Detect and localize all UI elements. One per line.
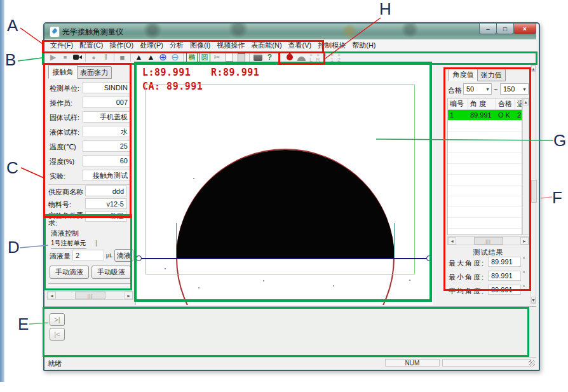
sessile-drop-icon[interactable] [295, 52, 308, 63]
annotation-letter-a: A [7, 17, 18, 34]
circle-fit-tool[interactable]: 圆 [199, 51, 210, 63]
scroll-left-icon[interactable]: ◄ [48, 292, 56, 299]
liquid-sample-field[interactable]: 水 [83, 126, 131, 137]
unit-field[interactable]: SINDIN [83, 82, 131, 93]
roi-rectangle[interactable] [145, 84, 415, 274]
copy-icon[interactable] [223, 52, 235, 63]
print-icon[interactable] [252, 52, 264, 63]
stop-icon[interactable]: ■ [59, 52, 71, 63]
baseline[interactable] [139, 258, 430, 259]
table-vscrollbar[interactable]: ▲ [522, 98, 529, 235]
scroll-right-icon[interactable]: ► [125, 292, 133, 299]
pass-min-select[interactable]: 50 ▼ [463, 83, 492, 95]
table-hscrollbar[interactable]: ◄ ||| ► [447, 236, 529, 245]
scroll-down-icon[interactable]: ▼ [531, 297, 536, 303]
angle-left-tool-icon[interactable]: ×L [308, 53, 314, 62]
to-end-button[interactable]: >| [50, 313, 65, 326]
tab-surface-tension[interactable]: 表面张力 [76, 66, 112, 79]
menu-video[interactable]: 视频操作 [213, 41, 248, 50]
maximize-button[interactable]: □ [496, 24, 514, 34]
menu-process[interactable]: 处理(P) [137, 41, 166, 50]
results-panel: 角度值 张力值 合格 50 ▼ ~ 150 ▼ 编号 角 度 合格 温 [446, 65, 531, 304]
max-angle-value: 89.991 [488, 257, 521, 267]
window-vscrollbar[interactable]: ▲ ▼ [531, 65, 536, 304]
help-icon[interactable]: ? [264, 52, 276, 63]
resize-grip-icon[interactable] [529, 360, 535, 367]
manual-drop-button[interactable]: 手动滴液 [50, 266, 89, 279]
scroll-left-icon[interactable]: ◄ [448, 237, 456, 245]
angle-table[interactable]: 编号 角 度 合格 温 1 89.991 O K 2 [447, 98, 522, 235]
record-icon[interactable]: ● [88, 52, 100, 63]
menu-surface-energy[interactable]: 表面能(N) [248, 41, 285, 50]
to-start-button[interactable]: |< [50, 328, 65, 341]
field-label: 实验条件要求: [48, 212, 84, 227]
scroll-up-icon[interactable]: ▲ [531, 65, 536, 72]
tab-tension-values[interactable]: 张力值 [477, 69, 506, 81]
screenshot-root: 光学接触角测量仪 – □ × 文件(F) 配置(C) 操作(O) 处理(P) 分… [0, 0, 568, 392]
baseline-handle-left[interactable] [136, 255, 142, 261]
dispense-drop-icon[interactable] [283, 52, 295, 63]
annotation-letter-h: H [379, 0, 391, 18]
close-button[interactable]: × [513, 24, 536, 34]
drop-shape-alt-icon[interactable]: ▲ [145, 52, 157, 63]
table-row [448, 121, 522, 132]
avg-angle-value: 89.991 [488, 285, 521, 295]
drop-button[interactable]: 滴液 [114, 249, 133, 262]
menu-help[interactable]: 帮助(H) [349, 41, 379, 50]
left-panel-hscrollbar[interactable]: ◄ ||| ► [47, 291, 133, 300]
menu-operate[interactable]: 操作(O) [106, 41, 137, 50]
scroll-right-icon[interactable]: ► [520, 237, 529, 245]
zoom-out-icon[interactable]: ⊖ [169, 52, 181, 63]
contact-point-marker-left [176, 223, 177, 259]
experiment-field[interactable]: 接触角测试 [83, 170, 131, 181]
zoom-in-icon[interactable]: ⊕ [157, 52, 169, 63]
menu-file[interactable]: 文件(F) [47, 41, 76, 50]
table-row [448, 175, 522, 186]
table-row [448, 153, 522, 164]
material-no-field[interactable]: v12-5 [85, 198, 127, 209]
drop-shape-icon[interactable]: ▲ [133, 52, 145, 63]
operator-field[interactable]: 007 [83, 97, 131, 108]
menu-control-module[interactable]: 控制模块 [314, 41, 349, 50]
camera-icon[interactable] [71, 52, 83, 63]
avg-angle-label: 平均角度: [449, 287, 485, 296]
supplier-field[interactable]: ddd [85, 186, 127, 196]
angle-right-tool-icon[interactable]: ×R [314, 53, 321, 62]
tab-angle-values[interactable]: 角度值 [449, 67, 478, 81]
angle-top-tool-icon[interactable]: ×T [321, 53, 328, 62]
table-row [448, 132, 522, 142]
right-angle-readout: R:89.991 [211, 67, 259, 78]
scroll-thumb[interactable]: ||| [75, 292, 105, 299]
angle-tool-2-icon[interactable]: ×2 [335, 53, 342, 62]
menu-config[interactable]: 配置(C) [76, 41, 106, 50]
drop-image-view[interactable]: L:89.991 R:89.991 CA: 89.991 [135, 64, 433, 305]
cut-icon[interactable]: ✂ [211, 52, 223, 63]
table-row[interactable]: 1 89.991 O K 2 [448, 110, 522, 121]
humidity-field[interactable]: 60 [83, 155, 131, 166]
pass-max-select[interactable]: 150 ▼ [500, 83, 529, 95]
angle-tool-1-icon[interactable]: ×1 [328, 53, 335, 62]
scroll-up-icon[interactable]: ▲ [523, 98, 529, 105]
baseline-handle-right[interactable] [426, 255, 432, 261]
drop-volume-input[interactable]: 2 [72, 250, 104, 260]
tab-contact-angle[interactable]: 接触角 [48, 65, 78, 79]
paste-icon[interactable] [235, 52, 247, 63]
play-icon[interactable]: ▶ [47, 52, 59, 63]
condition-field[interactable]: 常温 [85, 211, 127, 222]
stop-capture-icon[interactable]: ■ [116, 52, 128, 63]
scroll-thumb[interactable]: ||| [474, 237, 503, 245]
solid-sample-field[interactable]: 手机盖板 [83, 111, 131, 123]
menu-analysis[interactable]: 分析 [166, 41, 187, 50]
temperature-field[interactable]: 25 [83, 140, 131, 152]
ellipse-fit-tool[interactable]: 椭 [186, 51, 198, 63]
titlebar[interactable]: 光学接触角测量仪 – □ × [44, 24, 536, 39]
pause-icon[interactable]: ‖ [100, 52, 112, 63]
minimize-button[interactable]: – [479, 24, 497, 34]
scroll-thumb[interactable] [531, 180, 537, 203]
menu-view[interactable]: 查看(V) [285, 41, 315, 50]
pass-min-value: 50 [466, 85, 474, 93]
field-label: 实验: [50, 172, 65, 181]
menu-image[interactable]: 图像(I) [187, 41, 213, 50]
tab-injection-unit-1[interactable]: 1号注射单元 [51, 239, 86, 249]
manual-suck-button[interactable]: 手动吸液 [91, 266, 131, 279]
